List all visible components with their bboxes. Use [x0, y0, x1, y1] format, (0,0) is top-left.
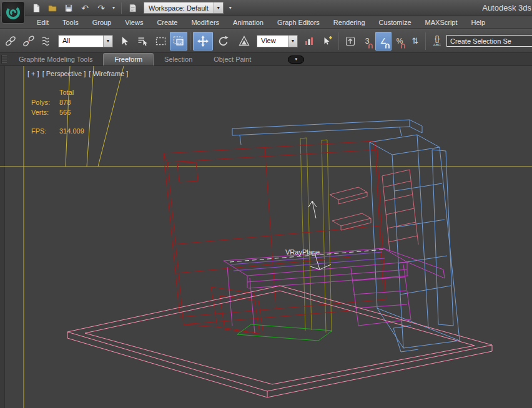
viewport-menu-pov[interactable]: [ Perspective ]: [42, 70, 86, 77]
rotate-icon: [217, 35, 230, 47]
save-file-icon: [64, 3, 74, 13]
dashed-rectangle-icon: [155, 36, 167, 47]
viewport-header: [ + ] [ Perspective ] [ Wireframe ]: [27, 70, 128, 77]
perspective-viewport[interactable]: [ + ] [ Perspective ] [ Wireframe ] Tota…: [0, 66, 532, 408]
coord-system-value: View: [257, 36, 288, 47]
select-and-manipulate-button[interactable]: [318, 32, 336, 51]
red-frame-wireframe: [164, 141, 386, 334]
project-folder-icon: [128, 3, 138, 13]
chevron-down-icon: ▼: [214, 2, 223, 13]
3dsmax-logo-icon: [5, 4, 21, 21]
chevron-down-icon: ▾: [112, 5, 115, 11]
stats-fps-label: FPS:: [31, 126, 59, 136]
redo-flyout-button[interactable]: ▾: [110, 1, 117, 15]
magnet-icon: [400, 43, 406, 49]
3dsmax-window: ↶ ↷ ▾ Workspace: Default ▼ ▾: [0, 0, 532, 408]
ribbon-tab-bar: Graphite Modeling Tools Freeform Selecti…: [0, 53, 532, 66]
named-sets-icon: {} ABC: [433, 35, 441, 47]
menu-maxscript[interactable]: MAXScript: [418, 16, 465, 28]
spinner-snap-toggle[interactable]: ⇅: [408, 32, 423, 51]
window-crossing-toggle[interactable]: [170, 32, 187, 51]
pink-floor-wireframe: [67, 286, 492, 397]
selection-filter-dropdown[interactable]: All ▼: [58, 35, 113, 47]
redo-icon: ↷: [97, 4, 105, 12]
menu-group[interactable]: Group: [86, 16, 119, 28]
toolbar-separator: [425, 32, 426, 50]
chevron-down-icon: ▼: [288, 36, 297, 47]
toolbar-options-button[interactable]: ▾: [227, 1, 234, 15]
chevron-down-icon: ▼: [103, 36, 112, 47]
viewport-statistics: Total Polys: 878 Verts: 566 FPS: 314.009: [31, 87, 84, 136]
menu-graph-editors[interactable]: Graph Editors: [270, 16, 327, 28]
tab-object-paint[interactable]: Object Paint: [203, 53, 262, 66]
space-warp-waves-icon: [41, 35, 52, 47]
magnet-icon: [368, 43, 373, 49]
bind-to-space-warp-button[interactable]: [38, 32, 56, 51]
snaps-toggle-button[interactable]: 3: [360, 32, 375, 51]
undo-button[interactable]: ↶: [77, 1, 92, 15]
rectangular-selection-region-button[interactable]: [152, 32, 169, 51]
app-menu-button[interactable]: [1, 1, 25, 24]
menu-customize[interactable]: Customize: [372, 16, 418, 28]
magnet-icon: [385, 43, 390, 49]
select-and-scale-button[interactable]: [234, 32, 254, 51]
chevron-down-icon: ▾: [295, 57, 297, 62]
select-and-rotate-button[interactable]: [214, 32, 234, 51]
keyboard-override-icon: [345, 36, 356, 47]
manipulate-icon: [322, 36, 333, 47]
menu-tools[interactable]: Tools: [56, 16, 86, 28]
tab-selection[interactable]: Selection: [154, 53, 203, 66]
stats-verts-value: 566: [59, 107, 84, 117]
titlebar-separator: [121, 2, 122, 14]
use-pivot-point-center-button[interactable]: [300, 32, 318, 51]
menu-help[interactable]: Help: [465, 16, 493, 28]
redo-button[interactable]: ↷: [94, 1, 109, 15]
menu-edit[interactable]: Edit: [30, 16, 56, 28]
chevron-down-icon: ▾: [229, 5, 232, 11]
cursor-arrow-icon: [119, 36, 130, 47]
spinner-icon: ⇅: [412, 37, 419, 45]
percent-snap-toggle[interactable]: %: [392, 32, 407, 51]
stats-verts-label: Verts:: [31, 107, 59, 117]
save-file-button[interactable]: [61, 1, 76, 15]
green-plane-wireframe: [237, 324, 332, 341]
reference-coordinate-system-dropdown[interactable]: View ▼: [257, 35, 298, 47]
select-object-button[interactable]: [116, 32, 133, 51]
menu-modifiers[interactable]: Modifiers: [184, 16, 226, 28]
window-crossing-icon: [172, 35, 185, 47]
scale-icon: [238, 35, 250, 47]
angle-snap-toggle[interactable]: ∠: [375, 32, 392, 51]
viewport-menu-general[interactable]: [ + ]: [27, 70, 39, 77]
edit-named-selection-sets-button[interactable]: {} ABC: [428, 32, 446, 51]
move-icon: [197, 35, 209, 47]
select-and-link-button[interactable]: [2, 32, 19, 51]
stats-total-label: Total: [59, 87, 84, 97]
stats-polys-value: 878: [59, 97, 84, 107]
unlink-selection-button[interactable]: [20, 32, 37, 51]
selection-filter-value: All: [59, 36, 103, 47]
menu-rendering[interactable]: Rendering: [327, 16, 372, 28]
tab-freeform[interactable]: Freeform: [103, 53, 154, 66]
stats-polys-label: Polys:: [31, 97, 59, 107]
viewport-menu-shading[interactable]: [ Wireframe ]: [89, 70, 128, 77]
select-by-name-button[interactable]: [134, 32, 151, 51]
ribbon-grip[interactable]: [1, 55, 7, 64]
project-folder-button[interactable]: [126, 1, 140, 15]
title-bar: ↶ ↷ ▾ Workspace: Default ▼ ▾: [0, 0, 532, 16]
menu-animation[interactable]: Animation: [226, 16, 270, 28]
workspace-dropdown[interactable]: Workspace: Default ▼: [144, 2, 224, 14]
named-selection-set-field[interactable]: [446, 35, 532, 47]
menu-create[interactable]: Create: [150, 16, 184, 28]
open-file-button[interactable]: [45, 1, 60, 15]
new-file-button[interactable]: [29, 1, 44, 15]
toolbar-separator: [190, 32, 190, 50]
select-and-move-button[interactable]: [193, 32, 213, 51]
workspace-label: Workspace: Default: [144, 4, 214, 12]
menu-bar: Edit Tools Group Views Create Modifiers …: [0, 16, 532, 29]
object-name-label: VRayPlane: [285, 248, 320, 256]
menu-views[interactable]: Views: [118, 16, 150, 28]
ribbon-minimize-dropdown[interactable]: ▾: [288, 56, 304, 64]
keyboard-shortcut-override-toggle[interactable]: [342, 32, 359, 51]
stats-fps-value: 314.009: [59, 126, 84, 136]
tab-graphite-modeling-tools[interactable]: Graphite Modeling Tools: [8, 53, 103, 66]
